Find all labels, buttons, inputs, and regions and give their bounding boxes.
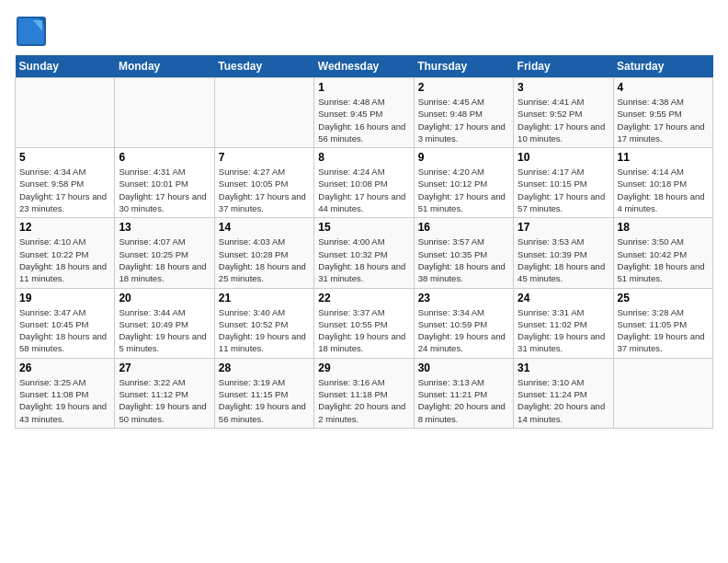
calendar-cell: 9 Sunrise: 4:20 AMSunset: 10:12 PMDaylig… [414, 148, 513, 218]
day-info: Sunrise: 4:00 AMSunset: 10:32 PMDaylight… [318, 236, 405, 283]
day-number: 14 [219, 221, 310, 234]
calendar-week: 1 Sunrise: 4:48 AMSunset: 9:45 PMDayligh… [16, 78, 713, 148]
day-number: 17 [518, 221, 609, 234]
day-number: 3 [518, 81, 609, 94]
day-info: Sunrise: 3:53 AMSunset: 10:39 PMDaylight… [518, 236, 605, 283]
calendar-cell: 26 Sunrise: 3:25 AMSunset: 11:08 PMDayli… [16, 358, 115, 428]
day-number: 4 [618, 81, 709, 94]
calendar-cell: 20 Sunrise: 3:44 AMSunset: 10:49 PMDayli… [115, 288, 214, 358]
day-number: 19 [19, 292, 110, 304]
calendar-header: SundayMondayTuesdayWednesdayThursdayFrid… [16, 55, 713, 78]
calendar-week: 26 Sunrise: 3:25 AMSunset: 11:08 PMDayli… [16, 358, 713, 428]
calendar-cell: 8 Sunrise: 4:24 AMSunset: 10:08 PMDaylig… [314, 148, 414, 218]
calendar-week: 12 Sunrise: 4:10 AMSunset: 10:22 PMDayli… [16, 218, 713, 288]
day-info: Sunrise: 3:22 AMSunset: 11:12 PMDaylight… [119, 377, 206, 424]
calendar-cell: 19 Sunrise: 3:47 AMSunset: 10:45 PMDayli… [16, 288, 115, 358]
day-number: 30 [418, 362, 509, 374]
day-number: 31 [518, 362, 609, 374]
day-info: Sunrise: 3:47 AMSunset: 10:45 PMDaylight… [19, 307, 107, 354]
calendar-cell: 23 Sunrise: 3:34 AMSunset: 10:59 PMDayli… [414, 288, 513, 358]
calendar-cell: 17 Sunrise: 3:53 AMSunset: 10:39 PMDayli… [514, 218, 613, 288]
day-number: 18 [618, 221, 709, 234]
calendar-cell: 18 Sunrise: 3:50 AMSunset: 10:42 PMDayli… [613, 218, 712, 288]
calendar-cell: 30 Sunrise: 3:13 AMSunset: 11:21 PMDayli… [414, 358, 513, 428]
calendar-cell: 25 Sunrise: 3:28 AMSunset: 11:05 PMDayli… [613, 288, 712, 358]
day-number: 27 [119, 362, 210, 374]
day-header: Friday [514, 55, 613, 78]
day-info: Sunrise: 4:20 AMSunset: 10:12 PMDaylight… [418, 167, 506, 213]
calendar-cell: 16 Sunrise: 3:57 AMSunset: 10:35 PMDayli… [414, 218, 513, 288]
day-info: Sunrise: 3:25 AMSunset: 11:08 PMDaylight… [19, 377, 107, 424]
day-number: 29 [318, 362, 409, 374]
day-number: 26 [19, 362, 110, 374]
day-info: Sunrise: 3:28 AMSunset: 11:05 PMDaylight… [618, 307, 705, 354]
calendar-cell: 24 Sunrise: 3:31 AMSunset: 11:02 PMDayli… [514, 288, 613, 358]
day-info: Sunrise: 4:03 AMSunset: 10:28 PMDaylight… [219, 236, 306, 283]
calendar-cell: 10 Sunrise: 4:17 AMSunset: 10:15 PMDayli… [514, 148, 613, 218]
day-info: Sunrise: 4:48 AMSunset: 9:45 PMDaylight:… [318, 97, 405, 144]
calendar-table: SundayMondayTuesdayWednesdayThursdayFrid… [15, 55, 713, 429]
day-number: 13 [119, 221, 210, 234]
calendar-cell: 11 Sunrise: 4:14 AMSunset: 10:18 PMDayli… [613, 148, 712, 218]
day-number: 8 [318, 151, 409, 164]
day-info: Sunrise: 3:40 AMSunset: 10:52 PMDaylight… [219, 307, 306, 354]
day-header: Saturday [613, 55, 712, 78]
day-number: 10 [518, 151, 609, 164]
calendar-week: 19 Sunrise: 3:47 AMSunset: 10:45 PMDayli… [16, 288, 713, 358]
day-header: Monday [115, 55, 214, 78]
calendar-cell [214, 78, 313, 148]
logo [15, 15, 51, 48]
calendar-cell: 1 Sunrise: 4:48 AMSunset: 9:45 PMDayligh… [314, 78, 414, 148]
calendar-cell: 14 Sunrise: 4:03 AMSunset: 10:28 PMDayli… [214, 218, 313, 288]
calendar-cell: 3 Sunrise: 4:41 AMSunset: 9:52 PMDayligh… [514, 78, 613, 148]
day-info: Sunrise: 4:14 AMSunset: 10:18 PMDaylight… [618, 167, 705, 213]
day-info: Sunrise: 4:41 AMSunset: 9:52 PMDaylight:… [518, 97, 605, 144]
day-number: 20 [119, 292, 210, 304]
calendar-week: 5 Sunrise: 4:34 AMSunset: 9:58 PMDayligh… [16, 148, 713, 218]
calendar-cell: 29 Sunrise: 3:16 AMSunset: 11:18 PMDayli… [314, 358, 414, 428]
day-number: 22 [318, 292, 409, 304]
day-info: Sunrise: 3:50 AMSunset: 10:42 PMDaylight… [618, 236, 705, 283]
day-info: Sunrise: 3:16 AMSunset: 11:18 PMDaylight… [318, 377, 405, 424]
calendar-cell: 2 Sunrise: 4:45 AMSunset: 9:48 PMDayligh… [414, 78, 513, 148]
day-info: Sunrise: 4:38 AMSunset: 9:55 PMDaylight:… [618, 97, 705, 144]
day-number: 21 [219, 292, 310, 304]
calendar-cell [115, 78, 214, 148]
calendar-cell: 27 Sunrise: 3:22 AMSunset: 11:12 PMDayli… [115, 358, 214, 428]
header-row: SundayMondayTuesdayWednesdayThursdayFrid… [16, 55, 713, 78]
day-info: Sunrise: 3:37 AMSunset: 10:55 PMDaylight… [318, 307, 405, 354]
day-number: 11 [618, 151, 709, 164]
day-number: 25 [618, 292, 709, 304]
day-number: 9 [418, 151, 509, 164]
calendar-body: 1 Sunrise: 4:48 AMSunset: 9:45 PMDayligh… [16, 78, 713, 429]
page-header [15, 15, 713, 48]
calendar-cell: 6 Sunrise: 4:31 AMSunset: 10:01 PMDaylig… [115, 148, 214, 218]
day-number: 16 [418, 221, 509, 234]
calendar-cell: 12 Sunrise: 4:10 AMSunset: 10:22 PMDayli… [16, 218, 115, 288]
day-info: Sunrise: 3:31 AMSunset: 11:02 PMDaylight… [518, 307, 605, 354]
day-number: 6 [119, 151, 210, 164]
calendar-cell [16, 78, 115, 148]
calendar-cell: 13 Sunrise: 4:07 AMSunset: 10:25 PMDayli… [115, 218, 214, 288]
day-info: Sunrise: 4:24 AMSunset: 10:08 PMDaylight… [318, 167, 405, 213]
day-header: Wednesday [314, 55, 414, 78]
day-info: Sunrise: 3:57 AMSunset: 10:35 PMDaylight… [418, 236, 506, 283]
calendar-cell [613, 358, 712, 428]
day-header: Thursday [414, 55, 513, 78]
calendar-cell: 31 Sunrise: 3:10 AMSunset: 11:24 PMDayli… [514, 358, 613, 428]
day-info: Sunrise: 3:44 AMSunset: 10:49 PMDaylight… [119, 307, 206, 354]
day-info: Sunrise: 3:19 AMSunset: 11:15 PMDaylight… [219, 377, 306, 424]
day-info: Sunrise: 4:17 AMSunset: 10:15 PMDaylight… [518, 167, 605, 213]
calendar-cell: 28 Sunrise: 3:19 AMSunset: 11:15 PMDayli… [214, 358, 313, 428]
calendar-cell: 4 Sunrise: 4:38 AMSunset: 9:55 PMDayligh… [613, 78, 712, 148]
day-info: Sunrise: 3:10 AMSunset: 11:24 PMDaylight… [518, 377, 605, 424]
day-info: Sunrise: 4:07 AMSunset: 10:25 PMDaylight… [119, 236, 206, 283]
day-info: Sunrise: 3:34 AMSunset: 10:59 PMDaylight… [418, 307, 506, 354]
calendar-cell: 15 Sunrise: 4:00 AMSunset: 10:32 PMDayli… [314, 218, 414, 288]
day-number: 1 [318, 81, 409, 94]
day-info: Sunrise: 4:10 AMSunset: 10:22 PMDaylight… [19, 236, 107, 283]
day-header: Sunday [16, 55, 115, 78]
calendar-cell: 22 Sunrise: 3:37 AMSunset: 10:55 PMDayli… [314, 288, 414, 358]
day-info: Sunrise: 4:27 AMSunset: 10:05 PMDaylight… [219, 167, 306, 213]
day-number: 2 [418, 81, 509, 94]
